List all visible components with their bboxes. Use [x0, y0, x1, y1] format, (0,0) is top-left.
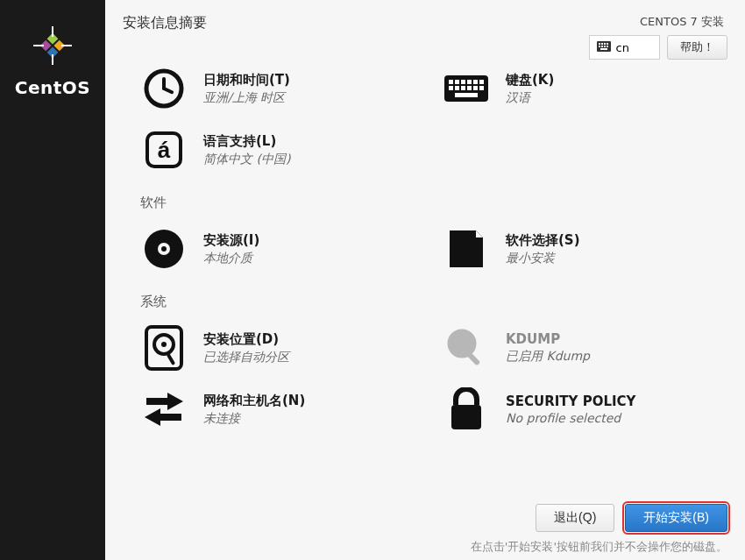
package-icon: [443, 225, 490, 273]
sidebar: CentOS: [0, 0, 105, 560]
magnifier-icon: [443, 324, 490, 372]
spoke-title: 安装位置(D): [203, 331, 289, 348]
svg-rect-16: [607, 46, 608, 47]
svg-rect-43: [167, 353, 175, 365]
spoke-network[interactable]: 网络和主机名(N) 未连接: [140, 379, 425, 440]
svg-rect-23: [455, 80, 459, 84]
clock-icon: [140, 65, 188, 112]
brand-text: CentOS: [15, 77, 90, 98]
svg-rect-28: [449, 86, 453, 90]
spoke-title: 语言支持(L): [203, 133, 290, 150]
svg-point-39: [161, 246, 167, 252]
svg-rect-34: [455, 93, 478, 97]
svg-rect-15: [604, 46, 606, 47]
spoke-language[interactable]: á 语言支持(L) 简体中文 (中国): [140, 119, 425, 181]
spoke-status: 已选择自动分区: [203, 350, 289, 365]
svg-rect-13: [599, 46, 600, 47]
keyboard-icon: [597, 41, 611, 54]
svg-rect-12: [607, 43, 608, 45]
svg-rect-30: [461, 86, 465, 90]
svg-rect-31: [467, 86, 472, 90]
svg-rect-29: [455, 86, 459, 90]
spoke-status: 最小安装: [506, 251, 580, 266]
spoke-status: 本地介质: [203, 251, 259, 266]
category-system: 系统: [140, 294, 727, 310]
spoke-install-source[interactable]: 安装源(I) 本地介质: [140, 218, 425, 280]
harddisk-icon: [140, 324, 188, 372]
footer-hint: 在点击'开始安装'按钮前我们并不会操作您的磁盘。: [105, 539, 745, 560]
svg-rect-5: [52, 54, 53, 65]
svg-rect-32: [473, 86, 478, 90]
spoke-status: 亚洲/上海 时区: [203, 90, 290, 106]
svg-rect-9: [599, 43, 600, 45]
spoke-title: 日期和时间(T): [203, 72, 290, 89]
keyboard-layout-text: cn: [616, 41, 629, 54]
spoke-datetime[interactable]: 日期和时间(T) 亚洲/上海 时区: [140, 63, 425, 119]
svg-rect-14: [601, 46, 603, 47]
svg-text:á: á: [158, 137, 171, 163]
svg-rect-17: [600, 48, 607, 50]
svg-rect-7: [61, 45, 72, 46]
svg-rect-20: [161, 86, 174, 95]
spoke-status: 简体中文 (中国): [203, 152, 290, 167]
network-arrows-icon: [140, 386, 188, 433]
spoke-software-selection[interactable]: 软件选择(S) 最小安装: [443, 218, 727, 280]
spoke-kdump[interactable]: KDUMP 已启用 Kdump: [443, 317, 727, 379]
keyboard-indicator[interactable]: cn: [589, 35, 660, 60]
category-software: 软件: [140, 195, 727, 211]
svg-rect-4: [52, 26, 53, 37]
keyboard-large-icon: [443, 65, 490, 112]
svg-rect-26: [473, 80, 478, 84]
svg-rect-33: [479, 86, 484, 90]
disc-icon: [140, 225, 188, 273]
spoke-install-destination[interactable]: 安装位置(D) 已选择自动分区: [140, 317, 425, 379]
spoke-status: 未连接: [203, 411, 305, 427]
svg-rect-24: [461, 80, 465, 84]
lock-icon: [443, 386, 490, 433]
svg-point-42: [161, 342, 167, 347]
spoke-title: 网络和主机名(N): [203, 393, 305, 409]
quit-button[interactable]: 退出(Q): [536, 504, 614, 532]
page-title: 安装信息摘要: [123, 14, 207, 32]
spoke-security-policy[interactable]: SECURITY POLICY No profile selected: [443, 379, 727, 440]
svg-rect-22: [449, 80, 453, 84]
svg-rect-11: [604, 43, 606, 45]
spoke-title: 安装源(I): [203, 232, 259, 249]
spoke-status: 汉语: [506, 90, 554, 106]
svg-rect-6: [33, 45, 44, 46]
svg-rect-25: [467, 80, 472, 84]
spoke-title: 软件选择(S): [506, 232, 580, 249]
begin-install-button[interactable]: 开始安装(B): [625, 504, 727, 532]
spoke-title: 键盘(K): [506, 72, 554, 89]
spoke-keyboard[interactable]: 键盘(K) 汉语: [443, 63, 727, 119]
svg-rect-27: [479, 80, 484, 84]
spoke-title: KDUMP: [506, 331, 590, 347]
centos-logo-icon: [32, 25, 74, 70]
language-icon: á: [140, 126, 188, 174]
spoke-title: SECURITY POLICY: [506, 393, 635, 409]
svg-rect-45: [467, 352, 481, 366]
main-panel: 安装信息摘要 CENTOS 7 安装 cn 帮助！: [105, 0, 745, 560]
product-label: CENTOS 7 安装: [640, 14, 724, 30]
spoke-status: No profile selected: [506, 411, 635, 425]
svg-rect-46: [451, 405, 481, 429]
help-button[interactable]: 帮助！: [667, 35, 727, 60]
svg-rect-10: [601, 43, 603, 45]
spoke-status: 已启用 Kdump: [506, 349, 590, 365]
